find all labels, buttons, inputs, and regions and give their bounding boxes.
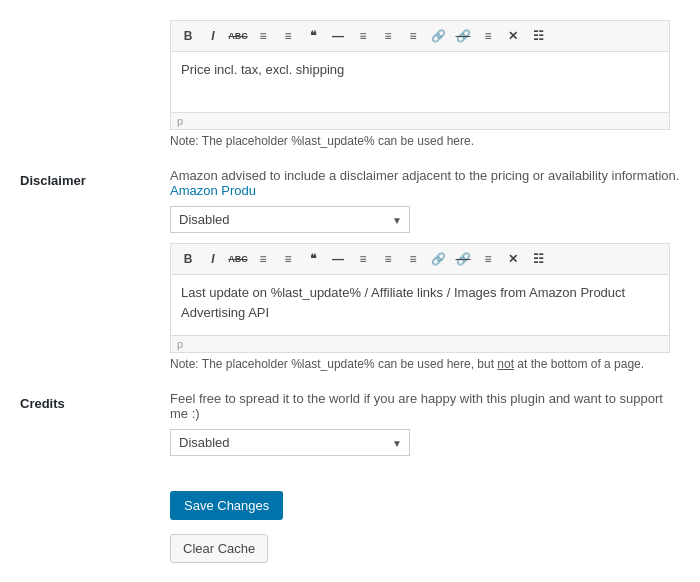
link2-icon[interactable]: 🔗 [427, 248, 449, 270]
link-icon[interactable]: 🔗 [427, 25, 449, 47]
price-editor-toolbar: B I ABC ≡ ≡ ❝ — ≡ ≡ ≡ 🔗 🔗 ≡ [171, 21, 669, 52]
close2-icon[interactable]: ✕ [502, 248, 524, 270]
align-center2-icon[interactable]: ≡ [377, 248, 399, 270]
credits-select-wrapper: Disabled Enabled ▼ [170, 429, 410, 456]
quote-icon[interactable]: ❝ [302, 25, 324, 47]
ol-icon[interactable]: ≡ [277, 25, 299, 47]
price-editor-row: B I ABC ≡ ≡ ❝ — ≡ ≡ ≡ 🔗 🔗 ≡ [20, 10, 680, 158]
price-editor: B I ABC ≡ ≡ ❝ — ≡ ≡ ≡ 🔗 🔗 ≡ [170, 20, 670, 130]
disclaimer-editor-content[interactable]: Last update on %last_update% / Affiliate… [171, 275, 669, 335]
fullscreen2-icon[interactable]: ≡ [477, 248, 499, 270]
price-editor-footer: p [171, 112, 669, 129]
align-left2-icon[interactable]: ≡ [352, 248, 374, 270]
hr2-icon[interactable]: — [327, 248, 349, 270]
disclaimer-row: Disclaimer Amazon advised to include a d… [20, 158, 680, 381]
fullscreen-icon[interactable]: ≡ [477, 25, 499, 47]
grid2-icon[interactable]: ☷ [527, 248, 549, 270]
credits-label: Credits [20, 381, 160, 476]
disclaimer-editor-footer: p [171, 335, 669, 352]
quote2-icon[interactable]: ❝ [302, 248, 324, 270]
save-button[interactable]: Save Changes [170, 491, 283, 520]
disclaimer-note: Note: The placeholder %last_update% can … [170, 357, 680, 371]
ul2-icon[interactable]: ≡ [252, 248, 274, 270]
credits-select[interactable]: Disabled Enabled [170, 429, 410, 456]
align-right2-icon[interactable]: ≡ [402, 248, 424, 270]
italic-icon[interactable]: I [202, 25, 224, 47]
disclaimer-select[interactable]: Disabled Enabled [170, 206, 410, 233]
close-icon[interactable]: ✕ [502, 25, 524, 47]
bold-icon[interactable]: B [177, 25, 199, 47]
clear-cache-button[interactable]: Clear Cache [170, 534, 268, 563]
price-editor-cell: B I ABC ≡ ≡ ❝ — ≡ ≡ ≡ 🔗 🔗 ≡ [160, 10, 680, 158]
disclaimer-description: Amazon advised to include a disclaimer a… [170, 168, 680, 198]
action-buttons: Save Changes Clear Cache [20, 476, 680, 563]
disclaimer-select-wrapper: Disabled Enabled ▼ [170, 206, 410, 233]
credits-description: Feel free to spread it to the world if y… [170, 391, 680, 421]
credits-cell: Feel free to spread it to the world if y… [160, 381, 680, 476]
ul-icon[interactable]: ≡ [252, 25, 274, 47]
disclaimer-editor: B I ABC ≡ ≡ ❝ — ≡ ≡ ≡ 🔗 🔗 ≡ [170, 243, 670, 353]
align-right-icon[interactable]: ≡ [402, 25, 424, 47]
abc2-icon[interactable]: ABC [227, 248, 249, 270]
form-table: B I ABC ≡ ≡ ❝ — ≡ ≡ ≡ 🔗 🔗 ≡ [20, 10, 680, 476]
credits-row: Credits Feel free to spread it to the wo… [20, 381, 680, 476]
align-left-icon[interactable]: ≡ [352, 25, 374, 47]
grid-icon[interactable]: ☷ [527, 25, 549, 47]
disclaimer-cell: Amazon advised to include a disclaimer a… [160, 158, 680, 381]
hr-icon[interactable]: — [327, 25, 349, 47]
disclaimer-editor-toolbar: B I ABC ≡ ≡ ❝ — ≡ ≡ ≡ 🔗 🔗 ≡ [171, 244, 669, 275]
ol2-icon[interactable]: ≡ [277, 248, 299, 270]
settings-page: B I ABC ≡ ≡ ❝ — ≡ ≡ ≡ 🔗 🔗 ≡ [0, 0, 700, 582]
unlink-icon[interactable]: 🔗 [452, 25, 474, 47]
empty-label [20, 10, 160, 158]
align-center-icon[interactable]: ≡ [377, 25, 399, 47]
unlink2-icon[interactable]: 🔗 [452, 248, 474, 270]
amazon-link[interactable]: Amazon Produ [170, 183, 256, 198]
italic2-icon[interactable]: I [202, 248, 224, 270]
price-note: Note: The placeholder %last_update% can … [170, 134, 680, 148]
abc-icon[interactable]: ABC [227, 25, 249, 47]
price-editor-content[interactable]: Price incl. tax, excl. shipping [171, 52, 669, 112]
bold2-icon[interactable]: B [177, 248, 199, 270]
disclaimer-label: Disclaimer [20, 158, 160, 381]
